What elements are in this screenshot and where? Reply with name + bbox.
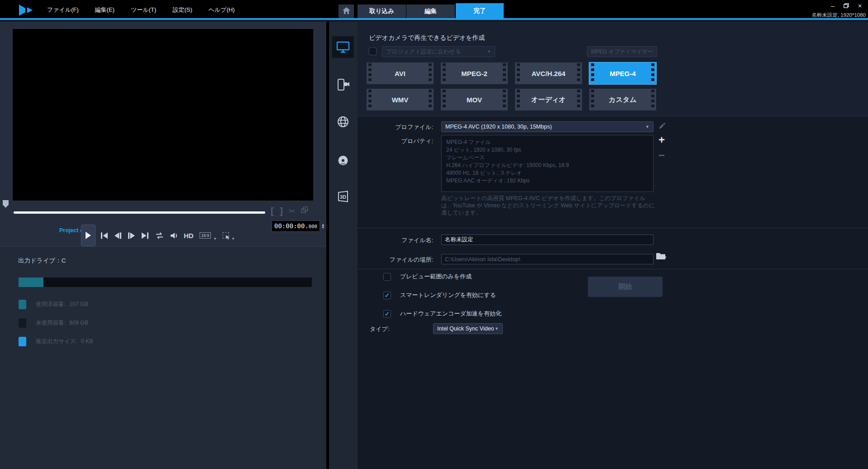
- timecode-down-icon[interactable]: ▼: [321, 226, 325, 229]
- menu-edit[interactable]: 編集(E): [95, 6, 114, 14]
- format-avc-h264[interactable]: AVC/H.264: [515, 62, 582, 84]
- format-mpeg4-selected[interactable]: MPEG-4: [589, 62, 656, 84]
- encoder-type-value: Intel Quick Sync Video: [437, 325, 494, 332]
- legend-free: 未使用容量:809 GB: [19, 318, 88, 328]
- scrubber-track[interactable]: [14, 211, 265, 214]
- app-logo-icon: [18, 4, 37, 18]
- encoder-type-select[interactable]: Intel Quick Sync Video ▼: [433, 323, 503, 334]
- legend-estimated: 推定出力サイズ:0 KB: [19, 337, 93, 346]
- format-grid: AVI MPEG-2 AVC/H.264 MPEG-4 WMV MOV オーディ…: [367, 62, 656, 110]
- mark-out-icon[interactable]: ]: [280, 206, 283, 216]
- property-line: MPEG-4 ファイル: [446, 139, 649, 146]
- scrubber-handle-icon[interactable]: [3, 200, 9, 208]
- tab-capture[interactable]: 取り込み: [358, 5, 406, 18]
- split-clip-icon[interactable]: ✂: [289, 206, 295, 216]
- repeat-icon[interactable]: [155, 232, 164, 239]
- preview-range-checkbox[interactable]: [383, 273, 391, 281]
- mpeg-optimizer-button[interactable]: MPEG オプティマイザー: [587, 46, 657, 57]
- output-drive-title: 出力ドライブ：C: [18, 257, 66, 265]
- menu-settings[interactable]: 設定(S): [172, 6, 192, 14]
- sidebar-3d[interactable]: 3D: [332, 186, 354, 207]
- timecode-control: 00:00:00.000 ▲ ▼: [272, 220, 325, 232]
- format-custom[interactable]: カスタム: [589, 89, 656, 110]
- remove-profile-icon[interactable]: −: [657, 150, 667, 160]
- tab-share-active[interactable]: 完了: [456, 3, 504, 18]
- profile-arrow-icon: ▼: [645, 124, 649, 129]
- share-content: ビデオカメラで再生できるビデオを作成 プロジェクト設定に合わせる ▼ MPEG …: [358, 22, 868, 469]
- globe-icon: [337, 116, 349, 128]
- start-button[interactable]: 開始: [588, 277, 663, 297]
- next-frame-icon[interactable]: [128, 232, 135, 239]
- property-line: 24 ビット, 1920 x 1080, 30 fps: [446, 146, 649, 154]
- computer-icon: [336, 41, 350, 53]
- dvd-disc-icon: DVD: [337, 155, 349, 167]
- sidebar-web[interactable]: [332, 111, 354, 133]
- timecode-main: 00:00:00.: [274, 221, 309, 231]
- close-button[interactable]: ×: [856, 2, 863, 10]
- profile-label: プロファイル:: [358, 123, 433, 131]
- menu-tools[interactable]: ツール(T): [131, 6, 156, 14]
- videostudio-share-screen: ファイル(F) 編集(E) ツール(T) 設定(S) ヘルプ(H) 取り込み 編…: [0, 0, 868, 469]
- hw-encoder-checkbox[interactable]: [383, 310, 391, 318]
- mark-in-icon[interactable]: [: [271, 206, 274, 216]
- smart-render-checkbox[interactable]: [383, 292, 391, 299]
- profile-select-value: MPEG-4 AVC (1920 x 1080, 30p, 15Mbps): [445, 124, 552, 130]
- sidebar-disc[interactable]: DVD: [332, 150, 354, 172]
- titlebar: ファイル(F) 編集(E) ツール(T) 設定(S) ヘルプ(H) 取り込み 編…: [0, 0, 868, 20]
- menu-file[interactable]: ファイル(F): [47, 6, 79, 14]
- play-icon: [85, 232, 91, 239]
- volume-icon[interactable]: [170, 232, 178, 239]
- separator: [358, 228, 868, 228]
- match-project-select-value: プロジェクト設定に合わせる: [386, 48, 461, 56]
- match-project-arrow-icon: ▼: [487, 49, 491, 54]
- tab-edit[interactable]: 編集: [406, 5, 455, 18]
- selection-tool-icon[interactable]: [223, 232, 229, 239]
- preview-panel: [ ] ✂ 00:00:00.000 ▲ ▼ Project ▾: [0, 22, 326, 469]
- menu-help[interactable]: ヘルプ(H): [209, 6, 235, 14]
- timecode-display[interactable]: 00:00:00.000: [272, 220, 320, 232]
- svg-text:DVD: DVD: [341, 163, 345, 165]
- format-audio[interactable]: オーディオ: [515, 89, 582, 110]
- restore-button[interactable]: [843, 2, 850, 10]
- format-wmv[interactable]: WMV: [367, 89, 434, 110]
- format-mpeg2[interactable]: MPEG-2: [441, 62, 508, 84]
- match-project-select[interactable]: プロジェクト設定に合わせる ▼: [382, 46, 495, 57]
- add-profile-icon[interactable]: +: [657, 135, 667, 145]
- profile-description: 高ビットレートの高画質 MPEG-4 AVC ビデオを作成します。このプロファイ…: [441, 195, 655, 216]
- aspect-ratio-arrow-icon[interactable]: ▼: [213, 237, 217, 241]
- go-to-start-icon[interactable]: [100, 232, 108, 239]
- encoder-type-arrow-icon: ▼: [495, 326, 499, 331]
- aspect-ratio-button[interactable]: 16:9: [200, 232, 211, 239]
- drive-usage-fill: [19, 278, 43, 287]
- browse-folder-icon[interactable]: [656, 252, 667, 263]
- format-avi[interactable]: AVI: [367, 62, 434, 84]
- timecode-ms: 000: [309, 224, 317, 229]
- tab-home[interactable]: [339, 5, 354, 18]
- go-to-end-icon[interactable]: [141, 232, 149, 239]
- hd-toggle[interactable]: HD: [184, 232, 194, 239]
- 3d-icon: 3D: [337, 191, 349, 202]
- transport-controls: HD 16:9 ▼ ▼: [100, 229, 235, 242]
- sidebar-computer[interactable]: [332, 36, 354, 58]
- enlarge-preview-icon[interactable]: [301, 206, 308, 215]
- option-preview-range: プレビュー範囲のみを作成: [383, 273, 472, 281]
- property-line: 48000 Hz, 16 ビット, ステレオ: [446, 169, 649, 177]
- output-drive-section: 出力ドライブ：C 使用済容量:107 GB 未使用容量:809 GB 推定出力: [0, 246, 326, 469]
- profile-select[interactable]: MPEG-4 AVC (1920 x 1080, 30p, 15Mbps) ▼: [441, 121, 653, 132]
- selection-tool-arrow-icon[interactable]: ▼: [231, 237, 235, 241]
- used-space-text: 使用済容量:107 GB: [36, 301, 88, 308]
- hw-encoder-label: ハードウェアエンコーダ加速を有効化: [400, 310, 501, 318]
- edit-profile-icon[interactable]: [657, 122, 667, 132]
- previous-frame-icon[interactable]: [114, 232, 122, 239]
- format-mov[interactable]: MOV: [441, 89, 508, 110]
- file-location-input[interactable]: C:\Users\Akinori Iida\Desktop\: [441, 254, 653, 264]
- match-project-checkbox[interactable]: [369, 48, 377, 55]
- project-mode-selector[interactable]: Project ▾: [59, 227, 82, 234]
- drive-usage-bar: [19, 278, 312, 287]
- sidebar-device[interactable]: [332, 74, 354, 96]
- preview-range-label: プレビュー範囲のみを作成: [400, 273, 472, 281]
- video-preview[interactable]: [13, 29, 313, 201]
- filename-input[interactable]: 名称未設定: [441, 234, 653, 245]
- minimize-button[interactable]: –: [829, 2, 836, 10]
- play-button[interactable]: [81, 225, 95, 246]
